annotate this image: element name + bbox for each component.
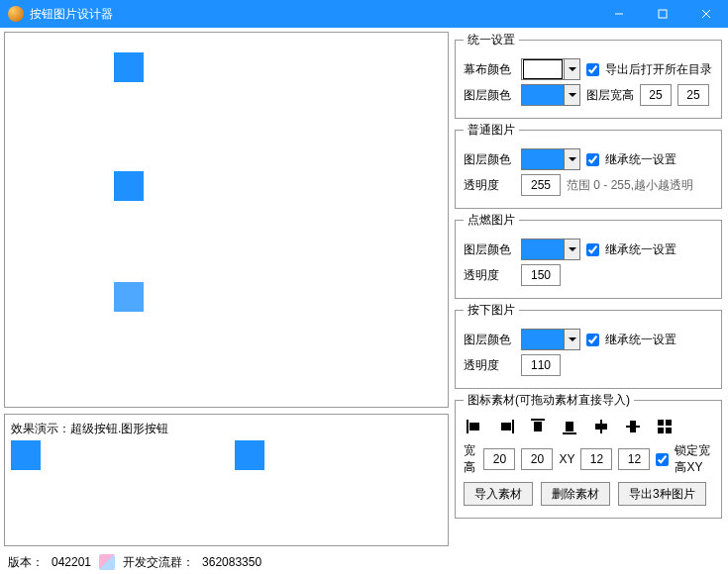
svg-rect-9: [534, 422, 542, 431]
minimize-button[interactable]: [597, 0, 641, 28]
normal-layer-color-picker[interactable]: [521, 148, 580, 170]
align-top-icon[interactable]: [529, 419, 547, 434]
hover-layer-color-picker[interactable]: [521, 239, 580, 260]
hover-image-group: 点燃图片 图层颜色 继承统一设置 透明度: [455, 212, 722, 299]
hover-inherit-label: 继承统一设置: [605, 241, 676, 258]
canvas-square[interactable]: [114, 282, 144, 312]
curtain-color-label: 幕布颜色: [464, 61, 515, 78]
svg-rect-10: [563, 432, 576, 434]
chevron-down-icon: [564, 239, 579, 259]
group-number: 362083350: [202, 555, 261, 569]
canvas-square[interactable]: [114, 171, 144, 201]
open-after-export-label: 导出后打开所在目录: [605, 61, 712, 78]
open-after-export-checkbox[interactable]: [586, 63, 599, 76]
pressed-layer-color-picker[interactable]: [521, 329, 580, 350]
layer-width-input[interactable]: [640, 84, 672, 106]
unified-legend: 统一设置: [464, 32, 519, 48]
normal-opacity-label: 透明度: [464, 177, 515, 194]
align-bottom-icon[interactable]: [561, 419, 578, 434]
normal-inherit-label: 继承统一设置: [605, 151, 676, 168]
version-label: 版本：: [8, 554, 44, 571]
assets-group: 图标素材(可拖动素材直接导入) 宽高 XY 锁定宽高XY: [455, 392, 722, 519]
asset-wh-label: 宽高: [464, 442, 477, 476]
unified-settings-group: 统一设置 幕布颜色 导出后打开所在目录 图层颜色 图层宽高: [455, 32, 722, 119]
window-title: 按钮图片设计器: [30, 6, 597, 23]
svg-rect-17: [666, 420, 672, 426]
hover-layer-color-label: 图层颜色: [464, 241, 515, 258]
normal-image-group: 普通图片 图层颜色 继承统一设置 透明度 范围 0 - 255,越小越透明: [455, 122, 722, 209]
canvas-square[interactable]: [114, 52, 144, 82]
design-canvas[interactable]: [4, 32, 449, 408]
align-center-v-icon[interactable]: [624, 419, 642, 434]
svg-rect-5: [469, 423, 479, 430]
export-images-button[interactable]: 导出3种图片: [618, 482, 706, 506]
svg-rect-15: [630, 421, 636, 432]
normal-opacity-input[interactable]: [521, 174, 561, 196]
svg-rect-18: [658, 428, 664, 433]
svg-rect-16: [658, 420, 664, 426]
asset-width-input[interactable]: [483, 448, 515, 470]
normal-legend: 普通图片: [464, 122, 519, 139]
delete-asset-button[interactable]: 删除素材: [541, 482, 610, 506]
curtain-color-picker[interactable]: [521, 58, 580, 80]
svg-rect-7: [501, 423, 511, 430]
preview-panel: 效果演示：超级按钮.图形按钮: [4, 414, 449, 546]
svg-rect-6: [512, 420, 514, 433]
app-icon: [8, 6, 24, 22]
layer-height-input[interactable]: [677, 84, 709, 106]
svg-rect-11: [566, 422, 573, 431]
import-asset-button[interactable]: 导入素材: [464, 482, 533, 506]
svg-rect-19: [666, 428, 672, 433]
layer-wh-label: 图层宽高: [586, 87, 634, 104]
hover-legend: 点燃图片: [464, 212, 519, 229]
version-value: 042201: [52, 555, 91, 569]
align-left-icon[interactable]: [466, 419, 483, 434]
layer-color-label: 图层颜色: [464, 87, 515, 104]
title-bar: 按钮图片设计器: [0, 0, 728, 28]
pressed-inherit-checkbox[interactable]: [586, 334, 599, 346]
pressed-image-group: 按下图片 图层颜色 继承统一设置 透明度: [455, 302, 722, 389]
svg-rect-4: [467, 420, 468, 433]
maximize-button[interactable]: [641, 0, 684, 28]
svg-rect-1: [659, 10, 667, 18]
chevron-down-icon: [564, 149, 579, 169]
assets-legend: 图标素材(可拖动素材直接导入): [464, 392, 634, 409]
preview-square[interactable]: [235, 440, 264, 470]
hover-opacity-label: 透明度: [464, 267, 515, 284]
pressed-opacity-input[interactable]: [521, 354, 561, 376]
preview-square[interactable]: [11, 440, 41, 470]
grid-icon[interactable]: [656, 419, 674, 434]
lock-wh-xy-checkbox[interactable]: [656, 453, 669, 466]
asset-xy-label: XY: [559, 452, 574, 466]
svg-rect-13: [595, 424, 607, 430]
pressed-opacity-label: 透明度: [464, 357, 515, 374]
pressed-layer-color-label: 图层颜色: [464, 332, 515, 348]
asset-y-input[interactable]: [618, 448, 650, 470]
normal-inherit-checkbox[interactable]: [586, 153, 599, 166]
pressed-legend: 按下图片: [464, 302, 519, 319]
normal-layer-color-label: 图层颜色: [464, 151, 515, 168]
group-avatar-icon: [99, 554, 115, 570]
preview-label: 效果演示：超级按钮.图形按钮: [11, 421, 442, 437]
opacity-range-hint: 范围 0 - 255,越小越透明: [567, 177, 693, 194]
svg-rect-8: [531, 419, 545, 421]
pressed-inherit-label: 继承统一设置: [605, 332, 676, 348]
unified-layer-color-picker[interactable]: [521, 84, 580, 106]
asset-x-input[interactable]: [580, 448, 612, 470]
asset-height-input[interactable]: [521, 448, 553, 470]
chevron-down-icon: [564, 59, 579, 79]
hover-opacity-input[interactable]: [521, 264, 561, 286]
chevron-down-icon: [564, 330, 579, 349]
lock-wh-xy-label: 锁定宽高XY: [675, 442, 713, 476]
group-label: 开发交流群：: [123, 554, 194, 571]
align-right-icon[interactable]: [497, 419, 515, 434]
close-button[interactable]: [684, 0, 728, 28]
chevron-down-icon: [564, 85, 579, 105]
align-center-h-icon[interactable]: [592, 419, 610, 434]
status-bar: 版本： 042201 开发交流群： 362083350: [0, 550, 728, 574]
hover-inherit-checkbox[interactable]: [586, 243, 599, 256]
